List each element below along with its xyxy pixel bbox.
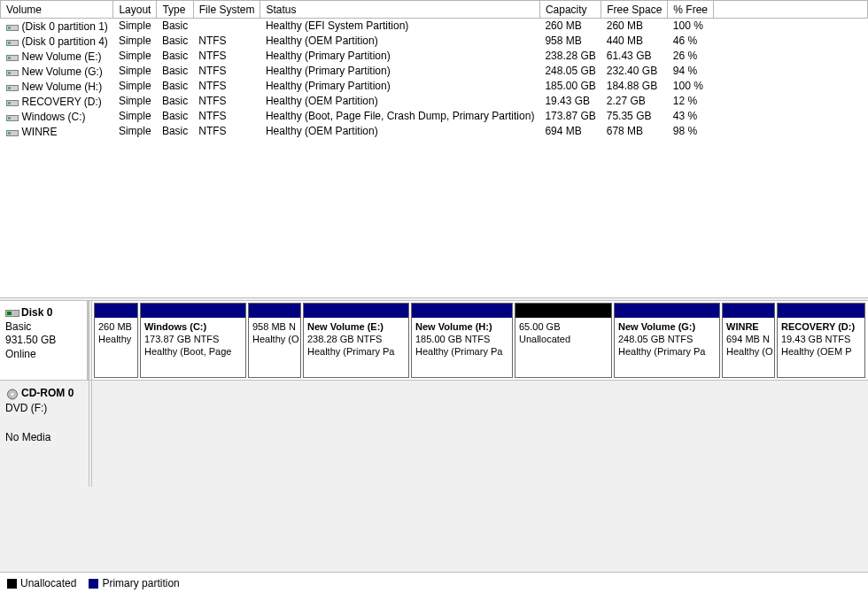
svg-rect-11	[8, 72, 11, 74]
volume-name: New Volume (H:)	[22, 81, 103, 93]
volume-list-panel[interactable]: VolumeLayoutTypeFile SystemStatusCapacit…	[0, 0, 868, 297]
partition-header	[778, 304, 864, 318]
volume-row[interactable]: (Disk 0 partition 1)SimpleBasicHealthy (…	[1, 19, 868, 34]
disk0-title: Disk 0	[21, 306, 52, 319]
volume-name: New Volume (G:)	[22, 65, 103, 78]
volume-icon	[6, 82, 19, 91]
volume-icon	[6, 112, 19, 121]
col-header-layout[interactable]: Layout	[113, 1, 157, 19]
volume-icon	[6, 37, 19, 46]
partition-body: RECOVERY (D:)19.43 GB NTFSHealthy (OEM P	[778, 318, 864, 377]
disk-graphic-panel[interactable]: Disk 0 Basic 931.50 GB Online 260 MBHeal…	[0, 301, 868, 572]
partition-body: Windows (C:)173.87 GB NTFSHealthy (Boot,…	[141, 318, 245, 377]
col-header--free[interactable]: % Free	[668, 1, 714, 19]
partition-block[interactable]: Windows (C:)173.87 GB NTFSHealthy (Boot,…	[140, 303, 246, 378]
cdrom-label: DVD (F:)	[5, 402, 47, 414]
partition-header	[304, 304, 408, 318]
svg-rect-2	[8, 27, 11, 29]
svg-rect-17	[8, 102, 11, 104]
cdrom-info[interactable]: CD-ROM 0 DVD (F:) No Media	[0, 381, 89, 487]
volume-row[interactable]: Windows (C:)SimpleBasicNTFSHealthy (Boot…	[1, 109, 868, 124]
volume-name: New Volume (E:)	[22, 50, 102, 63]
col-header-status[interactable]: Status	[260, 1, 539, 19]
svg-rect-14	[8, 87, 11, 89]
partition-body: New Volume (H:)185.00 GB NTFSHealthy (Pr…	[412, 318, 512, 377]
col-header-free-space[interactable]: Free Space	[601, 1, 668, 19]
partition-header	[95, 304, 137, 318]
partition-block[interactable]: New Volume (G:)248.05 GB NTFSHealthy (Pr…	[614, 303, 720, 378]
partition-body: 958 MB NHealthy (O	[249, 318, 300, 377]
partition-header	[249, 304, 300, 318]
volume-name: Windows (C:)	[22, 111, 86, 123]
partition-header	[141, 304, 245, 318]
disk0-type: Basic	[5, 320, 31, 333]
partition-block[interactable]: New Volume (E:)238.28 GB NTFSHealthy (Pr…	[303, 303, 409, 378]
partition-block[interactable]: 260 MBHealthy	[94, 303, 138, 378]
volume-row[interactable]: New Volume (E:)SimpleBasicNTFSHealthy (P…	[1, 49, 868, 64]
partition-block[interactable]: 958 MB NHealthy (O	[248, 303, 301, 378]
legend-bar: Unallocated Primary partition	[0, 572, 868, 593]
col-header-capacity[interactable]: Capacity	[539, 1, 601, 19]
cdrom-title: CD-ROM 0	[21, 387, 74, 399]
volume-icon	[6, 127, 19, 136]
volume-icon	[6, 67, 19, 76]
partition-header	[515, 304, 611, 318]
disk0-state: Online	[5, 348, 36, 360]
partition-header	[615, 304, 719, 318]
volume-name: WINRE	[22, 126, 58, 138]
volume-table[interactable]: VolumeLayoutTypeFile SystemStatusCapacit…	[0, 0, 868, 139]
volume-icon	[6, 52, 19, 61]
partition-block[interactable]: New Volume (H:)185.00 GB NTFSHealthy (Pr…	[411, 303, 513, 378]
partition-block[interactable]: 65.00 GBUnallocated	[515, 303, 612, 378]
legend-primary: Primary partition	[89, 577, 179, 589]
legend-unalloc: Unallocated	[7, 577, 76, 589]
volume-row[interactable]: WINRESimpleBasicNTFSHealthy (OEM Partiti…	[1, 124, 868, 139]
volume-icon	[6, 22, 19, 31]
volume-icon	[6, 97, 19, 106]
partition-header	[723, 304, 774, 318]
cdrom-row[interactable]: CD-ROM 0 DVD (F:) No Media	[0, 381, 868, 487]
svg-rect-8	[8, 57, 11, 59]
partition-body: 65.00 GBUnallocated	[515, 318, 611, 377]
volume-name: (Disk 0 partition 4)	[22, 35, 108, 48]
cdrom-state: No Media	[5, 431, 50, 443]
disk0-size: 931.50 GB	[5, 334, 56, 346]
col-header-volume[interactable]: Volume	[1, 1, 113, 19]
volume-name: RECOVERY (D:)	[22, 96, 102, 108]
partition-body: 260 MBHealthy	[95, 318, 137, 377]
col-header-type[interactable]: Type	[157, 1, 193, 19]
volume-row[interactable]: New Volume (G:)SimpleBasicNTFSHealthy (P…	[1, 64, 868, 79]
volume-row[interactable]: (Disk 0 partition 4)SimpleBasicNTFSHealt…	[1, 34, 868, 49]
partition-block[interactable]: WINRE694 MB NHealthy (O	[722, 303, 775, 378]
col-header-file-system[interactable]: File System	[193, 1, 260, 19]
vertical-splitter[interactable]	[89, 381, 92, 487]
partition-block[interactable]: RECOVERY (D:)19.43 GB NTFSHealthy (OEM P	[777, 303, 865, 378]
svg-rect-26	[7, 312, 12, 315]
disk-icon	[5, 308, 19, 319]
disk0-info[interactable]: Disk 0 Basic 931.50 GB Online	[0, 301, 89, 380]
partition-body: New Volume (E:)238.28 GB NTFSHealthy (Pr…	[304, 318, 408, 377]
cdrom-icon	[5, 389, 19, 399]
partition-body: WINRE694 MB NHealthy (O	[723, 318, 774, 377]
partition-header	[412, 304, 512, 318]
volume-name: (Disk 0 partition 1)	[22, 20, 108, 33]
svg-rect-5	[8, 42, 11, 44]
volume-row[interactable]: RECOVERY (D:)SimpleBasicNTFSHealthy (OEM…	[1, 94, 868, 109]
col-header-spacer	[714, 1, 868, 19]
svg-rect-20	[8, 117, 11, 119]
svg-point-28	[12, 393, 14, 396]
disk0-map[interactable]: 260 MBHealthyWindows (C:)173.87 GB NTFSH…	[92, 301, 868, 380]
disk0-row[interactable]: Disk 0 Basic 931.50 GB Online 260 MBHeal…	[0, 301, 868, 381]
svg-rect-23	[8, 132, 11, 135]
partition-body: New Volume (G:)248.05 GB NTFSHealthy (Pr…	[615, 318, 719, 377]
volume-row[interactable]: New Volume (H:)SimpleBasicNTFSHealthy (P…	[1, 79, 868, 94]
